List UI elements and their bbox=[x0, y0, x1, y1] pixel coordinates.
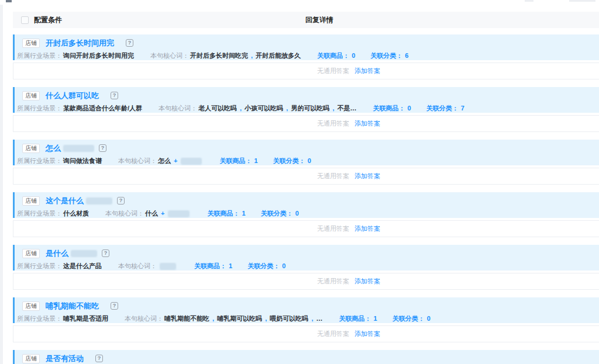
question-title-link[interactable]: 怎么 bbox=[46, 143, 61, 154]
select-all-checkbox[interactable] bbox=[21, 16, 29, 24]
related-products-count: 1 bbox=[254, 157, 258, 164]
related-categories-label: 关联分类： bbox=[261, 210, 293, 217]
related-products-link[interactable]: 关联商品：1 bbox=[208, 209, 246, 218]
related-products-link[interactable]: 关联商品：1 bbox=[220, 157, 258, 165]
question-title-line: 店铺 开封后多长时间用完 ? bbox=[22, 37, 599, 48]
related-products-label: 关联商品： bbox=[317, 52, 349, 59]
related-products-label: 关联商品： bbox=[339, 315, 371, 322]
question-row: 店铺 开封后多长时间用完 ? 所属行业场景： 询问开封后多长时间用完 本句核心词… bbox=[13, 34, 599, 60]
question-row: 店铺 是否有活动 ? 所属行业场景： 本句核心词： 关联商品： 关联分类 bbox=[13, 350, 599, 364]
redacted-text bbox=[71, 250, 97, 257]
related-categories-link[interactable]: 关联分类：6 bbox=[370, 51, 408, 60]
related-categories-link[interactable]: 关联分类：0 bbox=[261, 209, 299, 218]
related-categories-link[interactable]: 关联分类：7 bbox=[426, 104, 464, 113]
related-products-link[interactable]: 关联商品：1 bbox=[194, 262, 232, 271]
industry-scene: 所属行业场景： 询问做法食谱 bbox=[17, 157, 102, 165]
core-word: 怎么 bbox=[158, 157, 173, 164]
question-help-icon[interactable]: ? bbox=[126, 39, 133, 47]
redacted-text bbox=[181, 158, 202, 165]
core-words-group: 本句核心词： bbox=[118, 262, 178, 271]
question-title-link[interactable]: 什么人群可以吃 bbox=[46, 91, 99, 101]
industry-scene: 所属行业场景： 询问开封后多长时间用完 bbox=[17, 51, 134, 60]
question-help-icon[interactable]: ? bbox=[99, 144, 106, 152]
question-title-link[interactable]: 这个是什么 bbox=[46, 196, 84, 206]
related-categories-link[interactable]: 关联分类：0 bbox=[393, 314, 431, 323]
industry-scene: 所属行业场景： 某款商品适合什么年龄/人群 bbox=[17, 104, 142, 113]
question-help-icon[interactable]: ? bbox=[111, 92, 118, 99]
related-products-count: 0 bbox=[408, 105, 411, 112]
scene-label: 所属行业场景： bbox=[17, 157, 62, 165]
add-answer-link[interactable]: 添加答案 bbox=[354, 172, 380, 181]
question-table: 配置条件 回复详情 店铺 开封后多长时间用完 ? 所属行业场景： 询问开封后多长… bbox=[13, 12, 599, 364]
question-meta-line: 所属行业场景： 询问开封后多长时间用完 本句核心词： 开封后多长时间吃完 , 开… bbox=[17, 51, 599, 60]
question-meta-line: 所属行业场景： 哺乳期是否适用 本句核心词： 哺乳期能不能吃 , 哺乳期可以吃吗… bbox=[17, 314, 599, 323]
question-help-icon[interactable]: ? bbox=[95, 355, 103, 362]
core-words-label: 本句核心词： bbox=[150, 51, 189, 60]
related-categories-label: 关联分类： bbox=[273, 157, 305, 164]
related-products-link[interactable]: 关联商品：1 bbox=[339, 314, 377, 323]
redacted-text bbox=[160, 263, 176, 270]
question-meta-line: 所属行业场景： 询问做法食谱 本句核心词： 怎么 + 关联商品：1 关联分类：0 bbox=[17, 157, 599, 165]
scene-label: 所属行业场景： bbox=[17, 51, 62, 60]
scene-value: 询问开封后多长时间用完 bbox=[63, 51, 134, 60]
question-title-link[interactable]: 哺乳期能不能吃 bbox=[46, 301, 99, 311]
question-item: 店铺 是否有活动 ? 所属行业场景： 本句核心词： 关联商品： 关联分类 bbox=[13, 350, 599, 364]
answer-row: 无通用答案 添加答案 bbox=[13, 115, 599, 132]
no-answer-text: 无通用答案 bbox=[317, 277, 349, 286]
question-item: 店铺 开封后多长时间用完 ? 所属行业场景： 询问开封后多长时间用完 本句核心词… bbox=[13, 34, 599, 79]
question-row: 店铺 什么人群可以吃 ? 所属行业场景： 某款商品适合什么年龄/人群 本句核心词… bbox=[13, 87, 599, 113]
add-answer-link[interactable]: 添加答案 bbox=[354, 119, 380, 128]
add-answer-link[interactable]: 添加答案 bbox=[354, 277, 380, 286]
question-row: 店铺 是什么 ? 所属行业场景： 这是什么产品 本句核心词： 关联商品：1 bbox=[13, 245, 599, 271]
scene-value: 询问做法食谱 bbox=[63, 157, 102, 165]
related-categories-label: 关联分类： bbox=[370, 52, 402, 59]
question-title-link[interactable]: 是否有活动 bbox=[46, 353, 84, 364]
core-words: 怎么 + bbox=[158, 157, 204, 165]
question-meta-line: 所属行业场景： 这是什么产品 本句核心词： 关联商品：1 关联分类：0 bbox=[17, 262, 599, 271]
question-item: 店铺 哺乳期能不能吃 ? 所属行业场景： 哺乳期是否适用 本句核心词： 哺乳期能… bbox=[13, 297, 599, 342]
core-separator: , bbox=[248, 52, 256, 59]
redacted-text bbox=[168, 210, 190, 217]
no-answer-text: 无通用答案 bbox=[317, 172, 349, 181]
add-answer-link[interactable]: 添加答案 bbox=[354, 67, 380, 75]
related-products-link[interactable]: 关联商品：0 bbox=[373, 104, 411, 113]
question-help-icon[interactable]: ? bbox=[102, 249, 109, 257]
add-answer-link[interactable]: 添加答案 bbox=[354, 224, 380, 233]
question-title-line: 店铺 是否有活动 ? bbox=[22, 353, 599, 364]
question-title-link[interactable]: 是什么 bbox=[46, 248, 68, 259]
add-answer-link[interactable]: 添加答案 bbox=[354, 330, 380, 338]
industry-scene: 所属行业场景： 这是什么产品 bbox=[17, 262, 102, 271]
core-word: 不是… bbox=[338, 105, 357, 112]
question-title-line: 店铺 怎么 ? bbox=[22, 143, 599, 154]
core-words-label: 本句核心词： bbox=[118, 262, 157, 271]
core-words bbox=[158, 262, 178, 270]
column-config-conditions: 配置条件 bbox=[34, 15, 62, 25]
question-row: 店铺 怎么 ? 所属行业场景： 询问做法食谱 本句核心词： 怎么 + 关联商品：… bbox=[13, 140, 599, 165]
no-answer-text: 无通用答案 bbox=[317, 119, 349, 128]
core-separator: + bbox=[173, 157, 178, 164]
question-meta-line: 所属行业场景： 某款商品适合什么年龄/人群 本句核心词： 老人可以吃吗 , 小孩… bbox=[17, 104, 599, 113]
question-title-link[interactable]: 开封后多长时间用完 bbox=[46, 38, 114, 48]
core-words-group: 本句核心词： 老人可以吃吗 , 小孩可以吃吗 , 男的可以吃吗 , 不是… bbox=[159, 104, 357, 113]
scene-value: 这是什么产品 bbox=[63, 262, 102, 271]
core-separator: , bbox=[329, 105, 337, 112]
question-help-icon[interactable]: ? bbox=[111, 302, 118, 310]
related-categories-link[interactable]: 关联分类：0 bbox=[273, 157, 311, 165]
qa-config-page: 配置条件 回复详情 店铺 开封后多长时间用完 ? 所属行业场景： 询问开封后多长… bbox=[0, 0, 599, 364]
question-title-line: 店铺 这个是什么 ? bbox=[22, 195, 599, 206]
question-list: 店铺 开封后多长时间用完 ? 所属行业场景： 询问开封后多长时间用完 本句核心词… bbox=[13, 34, 599, 364]
question-item: 店铺 这个是什么 ? 所属行业场景： 什么材质 本句核心词： 什么 + 关联商品… bbox=[13, 192, 599, 237]
related-products-label: 关联商品： bbox=[373, 105, 405, 112]
core-words-group: 本句核心词： 怎么 + bbox=[118, 157, 204, 165]
core-separator: , bbox=[308, 315, 316, 322]
question-help-icon[interactable]: ? bbox=[117, 197, 125, 204]
scene-label: 所属行业场景： bbox=[17, 209, 62, 218]
related-categories-count: 0 bbox=[308, 157, 311, 164]
shop-tag: 店铺 bbox=[22, 249, 40, 258]
related-categories-link[interactable]: 关联分类：0 bbox=[247, 262, 285, 271]
question-row: 店铺 这个是什么 ? 所属行业场景： 什么材质 本句核心词： 什么 + 关联商品… bbox=[13, 192, 599, 218]
industry-scene: 所属行业场景： 什么材质 bbox=[17, 209, 89, 218]
core-words-group: 本句核心词： 什么 + bbox=[105, 209, 191, 218]
core-words-group: 本句核心词： 开封后多长时间吃完 , 开封后能放多久 bbox=[150, 51, 301, 60]
related-products-link[interactable]: 关联商品：0 bbox=[317, 51, 355, 60]
